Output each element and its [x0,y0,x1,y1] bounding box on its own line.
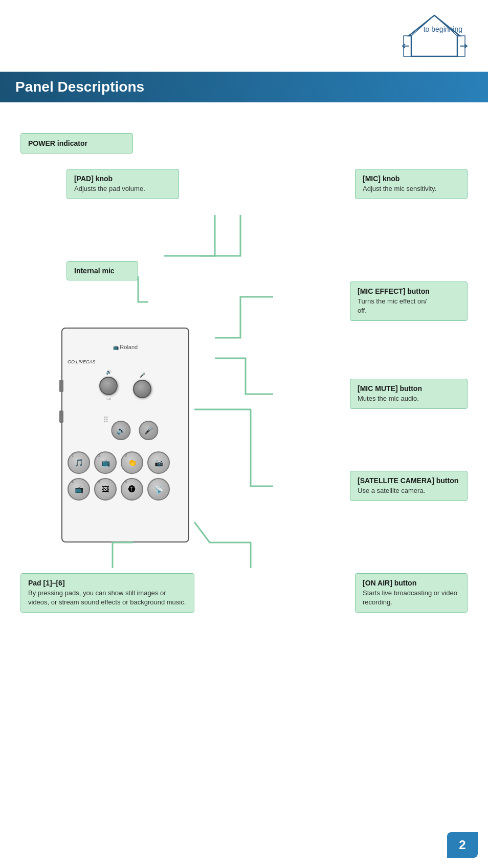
mic-mute-label: [MIC MUTE] button Mutes the mic audio. [350,379,468,409]
pad-knob-label: [PAD] knob Adjusts the pad volume. [66,169,179,199]
top-navigation[interactable]: to beginning [401,10,468,61]
page-number: 2 [459,838,465,852]
device-body: Roland GO:LIVECAS 🔊 1-6 🎤 🔊 🎤 [61,328,189,542]
pad-2: 2📺 [94,451,117,474]
pad-on-air: 📡 [147,478,170,501]
device-label: GO:LIVECAS [68,359,96,364]
pad-4: 4📺 [68,478,90,501]
device-brand: Roland [113,344,138,350]
pads-grid: 1🎵 2📺 3👏 📷 4📺 5🖼 6🅣 📡 [68,451,170,501]
mic-mute-button: 🎤 [139,421,158,440]
header-banner: Panel Descriptions [0,72,488,102]
pad-6: 6🅣 [121,478,143,501]
double-dots: ⠿ [103,416,110,424]
volume-icon: 🔊 [106,370,112,375]
pad-knob-dial [99,377,118,395]
on-air-label: [ON AIR] button Starts live broadcasting… [355,573,468,613]
mic-knob-group: 🎤 [133,373,151,398]
pad-5: 5🖼 [94,478,117,501]
buttons-row: 🔊 🎤 [111,421,158,440]
home-icon[interactable] [401,10,468,61]
power-indicator-label: POWER indicator [20,133,133,154]
internal-mic-label: Internal mic [66,261,138,280]
knob-area: 🔊 1-6 🎤 [99,370,151,401]
pad-satellite: 📷 [147,451,170,474]
satellite-camera-label: [SATELLITE CAMERA] button Use a satellit… [350,471,468,501]
svg-marker-1 [404,15,434,56]
knob-label-1-6: 1-6 [106,397,111,401]
svg-marker-2 [434,15,465,56]
pad-1: 1🎵 [68,451,90,474]
mic-knob-label: [MIC] knob Adjust the mic sensitivity. [355,169,468,199]
main-content: POWER indicator [PAD] knob Adjusts the p… [0,113,488,868]
speaker-button: 🔊 [111,421,130,440]
pad-knob-group: 🔊 1-6 [99,370,118,401]
home-icon-container[interactable]: to beginning [401,10,468,61]
side-button-top [59,380,63,392]
side-button-bottom [59,410,63,423]
page-title: Panel Descriptions [15,79,144,95]
pad-description-label: Pad [1]–[6] By pressing pads, you can sh… [20,573,194,613]
mic-icon-top: 🎤 [140,373,145,378]
page-badge: 2 [447,832,478,858]
device-diagram: Roland GO:LIVECAS 🔊 1-6 🎤 🔊 🎤 [51,297,199,563]
svg-marker-0 [409,15,460,56]
mic-effect-label: [MIC EFFECT] button Turns the mic effect… [350,281,468,321]
pad-3: 3👏 [121,451,143,474]
mic-knob-dial [133,380,151,398]
to-beginning-label: to beginning [424,25,462,35]
